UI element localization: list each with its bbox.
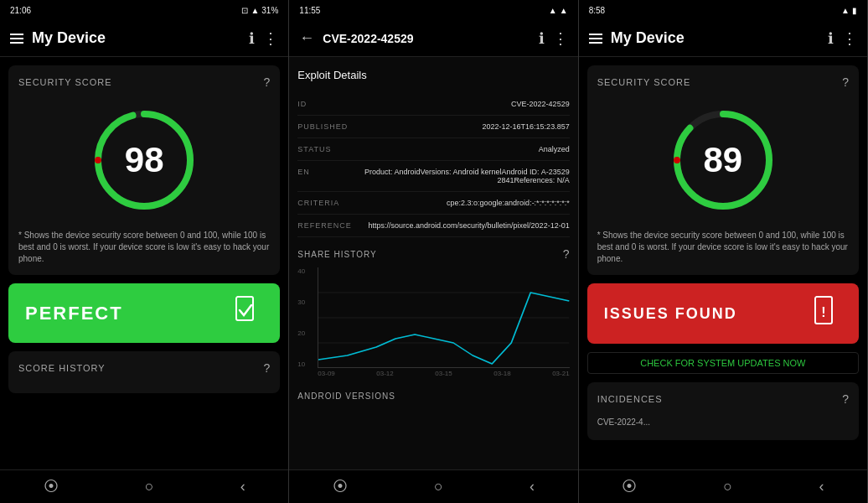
- chart-title: SHARE HISTORY: [297, 250, 376, 259]
- detail-label-id: ID: [297, 100, 352, 108]
- more-icon-3[interactable]: ⋮: [842, 29, 857, 48]
- detail-label-reference: REFERENCE: [297, 221, 352, 230]
- detail-value-status: Analyzed: [539, 145, 570, 153]
- x-label-2: 03-12: [376, 370, 393, 377]
- perfect-btn-label: PERFECT: [25, 303, 123, 324]
- chart-help[interactable]: ?: [563, 247, 570, 261]
- info-icon-2[interactable]: ℹ: [539, 29, 545, 48]
- security-score-help-3[interactable]: ?: [842, 75, 849, 89]
- y-label-30: 30: [297, 298, 305, 306]
- wifi-icon: ▲: [251, 6, 259, 15]
- detail-row-reference: REFERENCE https://source.android.com/sec…: [297, 215, 569, 237]
- detail-value-published: 2022-12-16T16:15:23.857: [483, 122, 570, 131]
- phone-1: 21:06 ⊡ ▲ 31% My Device ℹ ⋮ SECURITY SCO…: [0, 0, 289, 503]
- status-bar-1: 21:06 ⊡ ▲ 31%: [0, 0, 288, 20]
- info-icon-1[interactable]: ℹ: [249, 29, 255, 48]
- back-btn-3[interactable]: ‹: [819, 478, 824, 495]
- score-history-card-1: SCORE HISTORY ?: [8, 351, 280, 393]
- incidences-card: INCIDENCES ? CVE-2022-4...: [587, 382, 859, 440]
- update-link-label: CHECK FOR SYSTEM UPDATES NOW: [640, 358, 805, 368]
- incidences-help[interactable]: ?: [842, 392, 849, 406]
- status-bar-3: 8:58 ▲ ▮: [579, 0, 867, 20]
- security-score-label-1: SECURITY SCORE: [18, 77, 112, 87]
- content-1: SECURITY SCORE ? 98 * Shows the devic: [0, 57, 288, 469]
- phone-3: 8:58 ▲ ▮ My Device ℹ ⋮ SECURITY SCORE ?: [579, 0, 868, 503]
- recents-btn-1[interactable]: ⦿: [44, 478, 59, 495]
- detail-row-en: EN Product: AndroidVersions: Android ker…: [297, 161, 569, 192]
- exploit-section-title: Exploit Details: [297, 65, 569, 81]
- score-note-1: * Shows the device security score betwee…: [18, 230, 270, 265]
- battery-1: 31%: [261, 6, 278, 15]
- security-score-card-1: SECURITY SCORE ? 98 * Shows the devic: [8, 65, 280, 275]
- perfect-btn-icon: [233, 295, 263, 331]
- card-header-3: SECURITY SCORE ?: [597, 75, 849, 89]
- incidence-item-1[interactable]: CVE-2022-4...: [597, 414, 849, 430]
- nav-bar-1: My Device ℹ ⋮: [0, 20, 288, 57]
- score-history-label: SCORE HISTORY: [18, 363, 106, 373]
- android-versions-title: ANDROID VERSIONS: [297, 392, 395, 401]
- svg-text:!: !: [821, 305, 825, 319]
- update-link[interactable]: CHECK FOR SYSTEM UPDATES NOW: [587, 352, 859, 374]
- score-history-help[interactable]: ?: [264, 361, 271, 375]
- hamburger-menu-3[interactable]: [589, 34, 602, 44]
- battery-3: ▮: [852, 6, 857, 15]
- bottom-nav-3: ⦿ ○ ‹: [579, 469, 867, 503]
- home-btn-3[interactable]: ○: [723, 478, 732, 495]
- x-label-5: 03-21: [552, 370, 569, 377]
- more-icon-2[interactable]: ⋮: [553, 29, 568, 48]
- chart-wrapper: 40 30 20 10 03-09: [297, 267, 569, 379]
- more-icon-1[interactable]: ⋮: [263, 29, 278, 48]
- x-label-3: 03-15: [435, 370, 452, 377]
- info-icon-3[interactable]: ℹ: [828, 29, 834, 48]
- score-circle-container-3: 89: [597, 97, 849, 223]
- security-score-card-3: SECURITY SCORE ? 89 * Shows the device s…: [587, 65, 859, 275]
- score-note-3: * Shows the device security score betwee…: [597, 230, 849, 265]
- exploit-content: Exploit Details ID CVE-2022-42529 PUBLIS…: [289, 57, 577, 469]
- chart-area: [318, 267, 569, 368]
- status-icons-2: ▲ ▲: [549, 6, 568, 15]
- back-btn-2[interactable]: ‹: [530, 478, 535, 495]
- detail-label-status: STATUS: [297, 145, 352, 153]
- detail-row-published: PUBLISHED 2022-12-16T16:15:23.857: [297, 116, 569, 138]
- y-label-20: 20: [297, 329, 305, 337]
- nav-title-2: CVE-2022-42529: [323, 32, 530, 45]
- detail-row-criteria: CRITERIA cpe:2.3:o:google:android:-:*:*:…: [297, 192, 569, 215]
- time-1: 21:06: [10, 6, 31, 15]
- chart-section: SHARE HISTORY ? 40 30 20 10: [297, 247, 569, 379]
- x-label-1: 03-09: [318, 370, 334, 377]
- y-label-10: 10: [297, 360, 305, 368]
- wifi-icon-2: ▲: [549, 6, 557, 15]
- detail-row-status: STATUS Analyzed: [297, 138, 569, 161]
- time-3: 8:58: [589, 6, 605, 15]
- wifi-icon-3: ▲: [841, 6, 850, 15]
- hamburger-menu-1[interactable]: [10, 34, 23, 44]
- recents-btn-2[interactable]: ⦿: [333, 478, 348, 495]
- issues-found-button[interactable]: ISSUES FOUND !: [587, 283, 859, 344]
- time-2: 11:55: [299, 6, 320, 15]
- score-number-1: 98: [125, 140, 164, 180]
- svg-rect-3: [236, 297, 253, 320]
- back-icon-2[interactable]: ←: [299, 29, 314, 47]
- y-label-40: 40: [297, 267, 305, 275]
- detail-value-criteria: cpe:2.3:o:google:android:-:*:*:*:*:*:*:*: [447, 199, 570, 207]
- score-number-3: 89: [703, 140, 742, 180]
- security-score-help-1[interactable]: ?: [264, 75, 271, 89]
- home-btn-1[interactable]: ○: [145, 478, 154, 495]
- perfect-button-1[interactable]: PERFECT: [8, 283, 280, 343]
- notification-icon: ⊡: [241, 6, 248, 15]
- detail-row-id: ID CVE-2022-42529: [297, 93, 569, 116]
- detail-value-en: Product: AndroidVersions: Android kernel…: [360, 168, 569, 184]
- score-circle-container-1: 98: [18, 97, 270, 223]
- detail-value-id: CVE-2022-42529: [511, 100, 570, 108]
- home-btn-2[interactable]: ○: [434, 478, 443, 495]
- bottom-nav-1: ⦿ ○ ‹: [0, 469, 288, 503]
- status-bar-2: 11:55 ▲ ▲: [289, 0, 577, 20]
- score-circle-3: 89: [669, 106, 778, 215]
- card-header-1: SECURITY SCORE ?: [18, 75, 270, 89]
- security-score-label-3: SECURITY SCORE: [597, 77, 691, 87]
- back-btn-1[interactable]: ‹: [240, 478, 245, 495]
- detail-value-reference: https://source.android.com/security/bull…: [369, 221, 570, 230]
- recents-btn-3[interactable]: ⦿: [622, 478, 637, 495]
- x-labels: 03-09 03-12 03-15 03-18 03-21: [318, 368, 569, 379]
- content-3: SECURITY SCORE ? 89 * Shows the device s…: [579, 57, 867, 469]
